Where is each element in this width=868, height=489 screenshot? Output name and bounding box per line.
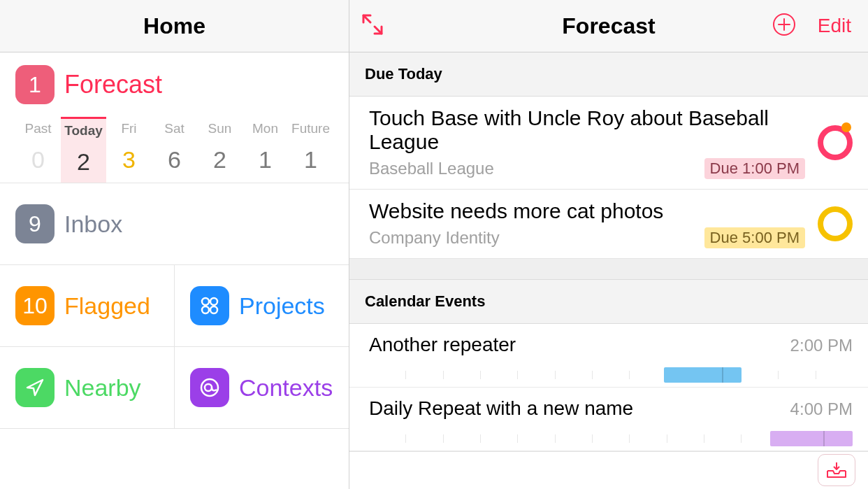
home-header: Home: [0, 0, 349, 52]
svg-point-0: [202, 298, 209, 305]
day-name: Sat: [152, 121, 197, 136]
app-root: Home 1 Forecast Past 0 Today 2: [0, 0, 868, 489]
task-due-badge: Due 1:00 PM: [704, 158, 805, 179]
task-status-ring-icon[interactable]: [818, 125, 853, 160]
day-count: 2: [197, 146, 243, 173]
day-name: Today: [61, 123, 106, 139]
event-bar: [664, 367, 742, 383]
expand-icon[interactable]: [361, 13, 384, 39]
projects-tile[interactable]: Projects: [174, 265, 349, 346]
contexts-label: Contexts: [239, 374, 333, 402]
day-count: 3: [106, 146, 152, 173]
task-body: Website needs more cat photos Company Id…: [369, 199, 805, 248]
inbox-count-badge: 9: [15, 204, 55, 243]
svg-point-2: [202, 306, 209, 313]
event-head: Daily Repeat with a new name 4:00 PM: [369, 397, 853, 420]
header-actions: Edit: [772, 12, 851, 40]
edit-button[interactable]: Edit: [818, 15, 851, 37]
bottom-toolbar: [349, 451, 868, 489]
day-sun[interactable]: Sun 2: [197, 117, 243, 183]
forecast-header-row: 1 Forecast: [15, 65, 333, 104]
section-due-today: Due Today: [349, 52, 868, 97]
svg-point-4: [201, 379, 218, 396]
projects-label: Projects: [239, 292, 325, 320]
svg-point-3: [210, 306, 217, 313]
task-project: Baseball League: [369, 159, 494, 178]
task-project: Company Identity: [369, 228, 500, 248]
inbox-tile[interactable]: 9 Inbox: [0, 183, 349, 264]
day-fri[interactable]: Fri 3: [106, 117, 152, 183]
event-title: Another repeater: [369, 334, 516, 356]
task-title: Touch Base with Uncle Roy about Baseball…: [369, 106, 805, 154]
contexts-icon: [190, 368, 229, 407]
day-count: 1: [288, 146, 333, 173]
day-mon[interactable]: Mon 1: [243, 117, 288, 183]
day-sat[interactable]: Sat 6: [152, 117, 197, 183]
svg-point-5: [205, 384, 212, 391]
contexts-tile[interactable]: Contexts: [174, 347, 349, 428]
event-row[interactable]: Daily Repeat with a new name 4:00 PM: [349, 388, 868, 451]
flagged-count-badge: 10: [15, 286, 55, 325]
day-past[interactable]: Past 0: [15, 117, 61, 183]
home-title: Home: [0, 13, 349, 39]
event-bar-marker: [722, 367, 723, 383]
day-count: 1: [243, 146, 288, 173]
event-bar-marker: [823, 431, 825, 446]
forecast-label: Forecast: [64, 70, 162, 99]
section-gap: [349, 259, 868, 280]
forecast-header: Forecast Edit: [349, 0, 868, 52]
forecast-pane: Forecast Edit Due Today Touch Base with …: [349, 0, 868, 489]
nearby-label: Nearby: [64, 374, 141, 402]
inbox-label: Inbox: [64, 211, 122, 238]
event-bar: [770, 431, 853, 446]
day-name: Mon: [243, 121, 288, 136]
nearby-tile[interactable]: Nearby: [0, 347, 174, 428]
task-meta: Baseball League Due 1:00 PM: [369, 158, 805, 179]
flagged-tile[interactable]: 10 Flagged: [0, 265, 174, 346]
task-row[interactable]: Touch Base with Uncle Roy about Baseball…: [349, 97, 868, 190]
section-calendar-events: Calendar Events: [349, 280, 868, 324]
flagged-label: Flagged: [64, 292, 150, 320]
task-due-badge: Due 5:00 PM: [704, 227, 805, 248]
forecast-content: Due Today Touch Base with Uncle Roy abou…: [349, 52, 868, 489]
forecast-day-strip: Past 0 Today 2 Fri 3 Sat 6: [15, 117, 333, 183]
day-future[interactable]: Future 1: [288, 117, 333, 183]
day-name: Past: [15, 121, 61, 136]
task-row[interactable]: Website needs more cat photos Company Id…: [349, 190, 868, 259]
day-count: 2: [61, 148, 106, 176]
event-title: Daily Repeat with a new name: [369, 397, 633, 420]
svg-point-1: [210, 298, 217, 305]
projects-icon: [190, 286, 229, 325]
add-button[interactable]: [772, 12, 797, 40]
day-name: Sun: [197, 121, 243, 136]
task-meta: Company Identity Due 5:00 PM: [369, 227, 805, 248]
quick-entry-button[interactable]: [818, 454, 855, 486]
day-name: Future: [288, 121, 333, 136]
task-title: Website needs more cat photos: [369, 199, 805, 223]
event-time: 4:00 PM: [790, 399, 853, 419]
task-status-ring-icon[interactable]: [818, 206, 853, 241]
day-count: 6: [152, 146, 197, 173]
forecast-tile[interactable]: 1 Forecast Past 0 Today 2 Fri 3: [0, 52, 349, 183]
task-body: Touch Base with Uncle Roy about Baseball…: [369, 106, 805, 179]
day-today[interactable]: Today 2: [61, 117, 106, 183]
day-name: Fri: [106, 121, 152, 136]
event-time: 2:00 PM: [790, 336, 853, 355]
day-count: 0: [15, 146, 61, 173]
event-row[interactable]: Another repeater 2:00 PM: [349, 324, 868, 388]
nearby-icon: [15, 368, 55, 407]
home-pane: Home 1 Forecast Past 0 Today 2: [0, 0, 349, 489]
forecast-count-badge: 1: [15, 65, 55, 104]
event-head: Another repeater 2:00 PM: [369, 334, 853, 356]
event-timeline: [369, 363, 853, 387]
home-content: 1 Forecast Past 0 Today 2 Fri 3: [0, 52, 349, 489]
event-timeline: [369, 427, 853, 451]
